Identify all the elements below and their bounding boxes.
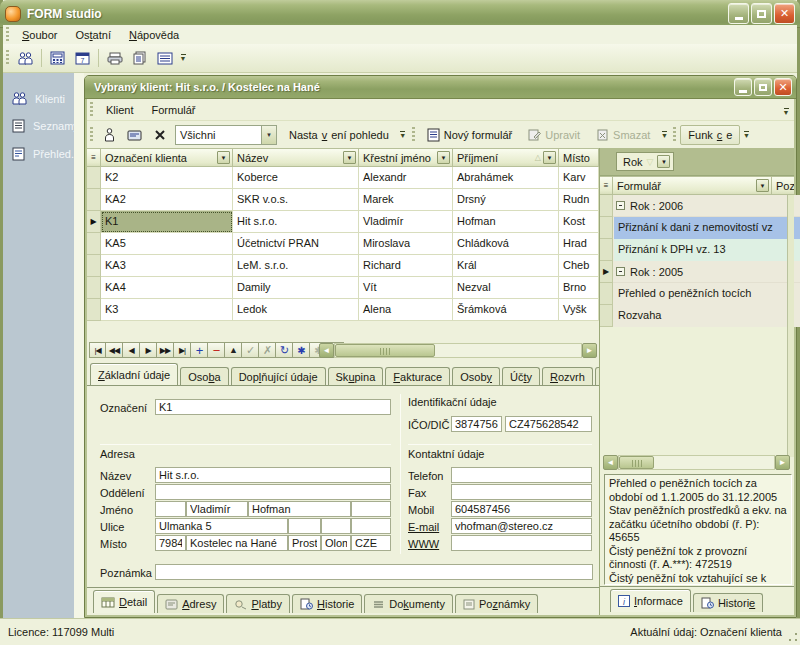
sidebar-splitter[interactable] <box>74 73 84 618</box>
cell[interactable]: Karv <box>559 167 599 189</box>
scroll-right-icon[interactable]: ► <box>582 343 597 358</box>
tab-historie[interactable]: Historie <box>292 594 362 613</box>
cell[interactable]: KA2 <box>101 189 233 211</box>
cell[interactable]: SKR v.o.s. <box>233 189 359 211</box>
client-row-ka2[interactable]: KA2SKR v.o.s.MarekDrsnýRudn <box>87 189 599 211</box>
client-row-k2[interactable]: K2KoberceAlexandrAbrahámekKarv <box>87 167 599 189</box>
nav-search-button[interactable]: ✱ <box>293 342 310 358</box>
row-selector[interactable] <box>600 195 613 217</box>
chevron-down-icon[interactable]: ▼ <box>543 151 556 164</box>
cut-button[interactable] <box>147 124 172 146</box>
cell[interactable]: Brno <box>559 277 599 299</box>
row-selector[interactable] <box>87 167 101 189</box>
tree-item-prehled-o-peneznich-tocich[interactable]: Přehled o peněžních tocích <box>600 283 800 305</box>
nav-last-button[interactable]: ▶| <box>174 342 191 358</box>
jmeno-field[interactable] <box>186 501 248 517</box>
row-selector[interactable] <box>87 277 101 299</box>
cell[interactable]: Abrahámek <box>453 167 559 189</box>
okres-field[interactable] <box>288 535 321 551</box>
nav-edit-button[interactable]: ▲ <box>225 342 242 358</box>
menu-overflow-button[interactable]: ▼ <box>780 102 792 122</box>
list-button[interactable] <box>152 47 177 69</box>
row-selector[interactable] <box>600 217 613 239</box>
column-header-krestni-jmeno[interactable]: Křestní jméno▼ <box>359 148 453 167</box>
cell[interactable]: Cheb <box>559 255 599 277</box>
cell[interactable]: Kost <box>559 211 599 233</box>
chevron-down-icon[interactable]: ▼ <box>343 151 356 164</box>
client-maximize-button[interactable] <box>754 78 772 96</box>
menu-klient[interactable]: Klient <box>97 102 143 118</box>
menu-formular[interactable]: Formulář <box>143 102 205 118</box>
nav-prior-page-button[interactable]: ◀◀ <box>106 342 123 358</box>
psc-field[interactable] <box>155 535 186 551</box>
client-filter-select[interactable]: Všichni▼ <box>175 125 277 145</box>
fax-field[interactable] <box>451 484 592 500</box>
cell[interactable]: Koberce <box>233 167 359 189</box>
menu-soubor[interactable]: Soubor <box>13 27 66 43</box>
cell[interactable]: Král <box>453 255 559 277</box>
sidebar-item-klienti[interactable]: Klienti <box>3 85 74 112</box>
column-header-oznaceni-klienta[interactable]: Označení klienta▼ <box>101 148 233 167</box>
maximize-button[interactable] <box>751 3 772 24</box>
ico-field[interactable] <box>451 416 502 432</box>
www-link[interactable]: WWW <box>408 536 439 552</box>
nazev-field[interactable] <box>155 467 391 483</box>
column-header-misto[interactable]: Místo <box>559 148 599 167</box>
tab-dokumenty[interactable]: Dokumenty <box>364 594 453 613</box>
delete-button[interactable]: Smazat <box>588 125 658 145</box>
row-selector[interactable]: ▶ <box>87 211 101 233</box>
tree-vscrollbar[interactable] <box>787 195 794 457</box>
column-header-poznamka[interactable]: Poz <box>772 176 794 195</box>
chevron-down-icon[interactable]: ▼ <box>756 179 769 192</box>
row-selector[interactable] <box>87 255 101 277</box>
nav-cancel-button[interactable]: ✗ <box>259 342 276 358</box>
minimize-button[interactable] <box>728 3 749 24</box>
cell[interactable]: Miroslava <box>359 233 453 255</box>
calculator-button[interactable] <box>45 47 70 69</box>
tab-fakturace[interactable]: Fakturace <box>385 367 450 386</box>
tab-osoby[interactable]: Osoby <box>452 367 500 386</box>
row-selector[interactable] <box>600 239 613 261</box>
www-field[interactable] <box>451 535 592 551</box>
column-header-formular[interactable]: Formulář▼ <box>613 176 772 195</box>
tree-group-rok-2006[interactable]: Rok : 2006 <box>600 195 800 217</box>
cell[interactable]: Marek <box>359 189 453 211</box>
tab-adresy[interactable]: Adresy <box>157 594 224 613</box>
stat-field[interactable] <box>351 535 391 551</box>
cell[interactable]: K3 <box>101 299 233 321</box>
column-header-prijmeni[interactable]: Příjmení△▼ <box>453 148 559 167</box>
edit-button[interactable]: Upravit <box>520 125 588 145</box>
cell[interactable]: Hrad <box>559 233 599 255</box>
column-header-nazev[interactable]: Název▼ <box>233 148 359 167</box>
chevron-down-icon[interactable]: ▼ <box>217 151 230 164</box>
person-button[interactable] <box>97 124 122 146</box>
collapse-icon[interactable] <box>616 201 625 210</box>
client-close-button[interactable]: ✕ <box>774 78 792 96</box>
cell[interactable]: Alena <box>359 299 453 321</box>
toolbar-overflow-button[interactable]: ▼ <box>397 125 409 145</box>
sidebar-item-prehled[interactable]: Přehled... <box>3 140 74 168</box>
cell[interactable]: Chládková <box>453 233 559 255</box>
cell[interactable]: KA4 <box>101 277 233 299</box>
row-selector[interactable] <box>600 305 613 327</box>
row-selector[interactable] <box>600 283 613 305</box>
row-selector[interactable] <box>87 299 101 321</box>
print-button[interactable] <box>102 47 127 69</box>
client-row-k1[interactable]: ▶K1Hit s.r.o.VladimírHofmanKost <box>87 211 599 233</box>
nav-delete-button[interactable]: − <box>208 342 225 358</box>
client-row-ka3[interactable]: KA3LeM. s.r.o.RichardKrálCheb <box>87 255 599 277</box>
toolbar-overflow-button[interactable]: ▼ <box>658 125 670 145</box>
tree-item-rozvaha[interactable]: Rozvaha <box>600 305 800 327</box>
poznamka-field[interactable] <box>155 564 593 580</box>
chevron-down-icon[interactable]: ▼ <box>437 151 450 164</box>
telefon-field[interactable] <box>451 467 592 483</box>
row-selector[interactable] <box>87 189 101 211</box>
nav-insert-button[interactable]: + <box>191 342 208 358</box>
ulice-field[interactable] <box>155 518 288 534</box>
copy-button[interactable] <box>127 47 152 69</box>
cell[interactable]: K1 <box>101 211 233 233</box>
tab-informace[interactable]: iInformace <box>610 589 691 612</box>
cell[interactable]: Alexandr <box>359 167 453 189</box>
tab-osoba[interactable]: Osoba <box>180 367 228 386</box>
nav-next-button[interactable]: ▶ <box>140 342 157 358</box>
